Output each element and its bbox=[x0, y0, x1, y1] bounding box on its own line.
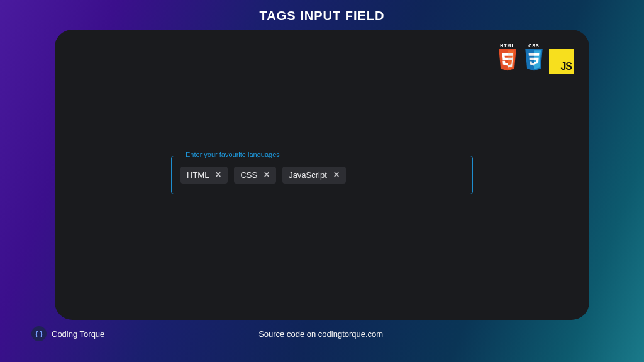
tag-chip: HTML ✕ bbox=[180, 167, 228, 184]
javascript-badge: JS bbox=[549, 49, 574, 74]
source-link-text: Source code on codingtorque.com bbox=[29, 329, 613, 339]
tag-chip: CSS ✕ bbox=[234, 167, 276, 184]
tags-input-field[interactable]: Enter your favourite languages HTML ✕ CS… bbox=[171, 156, 473, 194]
css3-label: CSS bbox=[528, 43, 539, 48]
close-icon[interactable]: ✕ bbox=[215, 171, 221, 178]
css3-icon bbox=[523, 49, 545, 73]
demo-panel: HTML CSS JS Enter your favourite languag… bbox=[55, 30, 589, 320]
tag-label: HTML bbox=[187, 170, 209, 180]
tags-legend: Enter your favourite languages bbox=[182, 151, 284, 158]
tag-label: CSS bbox=[240, 170, 257, 180]
footer: { } Coding Torque Source code on codingt… bbox=[0, 326, 644, 341]
html5-icon bbox=[496, 49, 519, 73]
close-icon[interactable]: ✕ bbox=[333, 171, 340, 178]
html5-label: HTML bbox=[500, 43, 514, 48]
page-title: TAGS INPUT FIELD bbox=[260, 9, 385, 23]
css3-badge: CSS bbox=[523, 43, 545, 73]
tech-badges: HTML CSS JS bbox=[496, 42, 574, 74]
tag-chip: JavaScript ✕ bbox=[282, 167, 346, 184]
js-icon: JS bbox=[560, 61, 572, 72]
html5-badge: HTML bbox=[496, 43, 519, 73]
tags-text-input[interactable] bbox=[352, 167, 464, 183]
tag-label: JavaScript bbox=[289, 170, 327, 180]
close-icon[interactable]: ✕ bbox=[264, 171, 270, 178]
